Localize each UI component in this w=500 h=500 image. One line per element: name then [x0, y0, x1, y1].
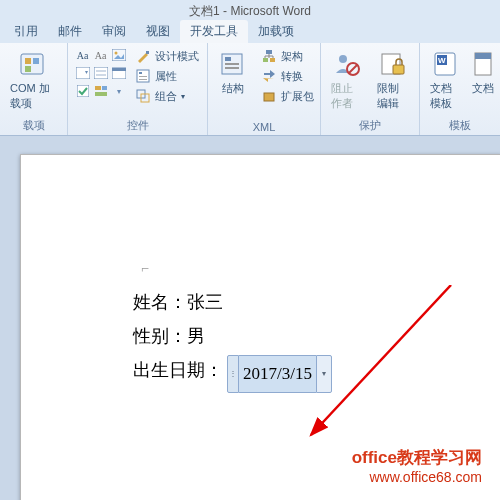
tab-addins[interactable]: 加载项	[248, 20, 304, 43]
svg-rect-15	[95, 92, 107, 96]
svg-rect-0	[21, 54, 43, 74]
design-mode-icon	[135, 48, 151, 64]
svg-rect-19	[139, 76, 147, 77]
group-protect: 阻止作者 限制编辑 保护	[321, 43, 420, 135]
svg-rect-24	[225, 57, 231, 61]
svg-rect-14	[102, 86, 107, 90]
ribbon: COM 加载项 载项 Aa Aa ▾	[0, 43, 500, 136]
expansion-button[interactable]: 扩展包	[259, 87, 316, 105]
group-objects-button[interactable]: 组合 ▾	[133, 87, 201, 105]
date-dropdown-button[interactable]: ▾	[316, 355, 332, 393]
block-authors-label: 阻止作者	[331, 81, 363, 111]
svg-rect-11	[112, 68, 126, 71]
group-objects-label: 组合	[155, 89, 177, 104]
svg-rect-18	[139, 72, 142, 74]
com-addins-label: COM 加载项	[10, 81, 57, 111]
design-mode-label: 设计模式	[155, 49, 199, 64]
template-icon: W	[430, 49, 462, 79]
svg-rect-26	[225, 67, 239, 69]
tab-references[interactable]: 引用	[4, 20, 48, 43]
transform-label: 转换	[281, 69, 303, 84]
doc-panel-icon	[472, 49, 494, 79]
name-label: 姓名：	[133, 292, 187, 312]
tab-review[interactable]: 审阅	[92, 20, 136, 43]
tab-view[interactable]: 视图	[136, 20, 180, 43]
dob-label: 出生日期：	[133, 360, 223, 380]
richtext-control-icon[interactable]: Aa	[75, 47, 91, 63]
addins-icon	[18, 49, 50, 79]
group-protect-label: 保护	[327, 118, 413, 135]
svg-rect-12	[77, 85, 89, 97]
svg-rect-28	[263, 58, 268, 62]
block-authors-button[interactable]: 阻止作者	[327, 45, 367, 111]
document-content[interactable]: 姓名：张三 性别：男 出生日期： ⋮ 2017/3/15 ▾	[133, 285, 332, 393]
properties-label: 属性	[155, 69, 177, 84]
schema-label: 架构	[281, 49, 303, 64]
svg-line-41	[311, 285, 451, 435]
expansion-icon	[261, 88, 277, 104]
dropdown-control-icon[interactable]	[75, 65, 91, 81]
group-template-label: 模板	[426, 118, 494, 135]
window-title: 文档1 - Microsoft Word	[0, 0, 500, 21]
schema-icon	[261, 48, 277, 64]
svg-rect-7	[94, 67, 108, 79]
date-value[interactable]: 2017/3/15	[239, 355, 316, 393]
svg-rect-20	[139, 79, 147, 80]
watermark: office教程学习网 www.office68.com	[352, 447, 482, 486]
properties-icon	[135, 68, 151, 84]
plaintext-control-icon[interactable]: Aa	[93, 47, 109, 63]
svg-rect-1	[25, 58, 31, 64]
transform-icon	[261, 68, 277, 84]
svg-rect-3	[25, 66, 31, 72]
watermark-title: office教程学习网	[352, 447, 482, 468]
gender-value[interactable]: 男	[187, 326, 205, 346]
picture-control-icon[interactable]	[111, 47, 127, 63]
restrict-editing-label: 限制编辑	[377, 81, 409, 111]
template-label: 文档模板	[430, 81, 462, 111]
control-handle-icon[interactable]: ⋮	[227, 355, 239, 393]
date-picker-control[interactable]: ⋮ 2017/3/15 ▾	[227, 355, 332, 393]
svg-rect-30	[264, 93, 274, 101]
tab-developer[interactable]: 开发工具	[180, 20, 248, 43]
svg-rect-2	[33, 58, 39, 64]
svg-rect-29	[270, 58, 275, 62]
group-addins-label: 载项	[6, 118, 61, 135]
gender-label: 性别：	[133, 326, 187, 346]
svg-rect-6	[76, 67, 90, 79]
group-xml: 结构 架构 转换 扩展包 XML	[208, 43, 321, 135]
ribbon-tabs: 引用 邮件 审阅 视图 开发工具 加载项	[0, 21, 500, 43]
group-controls: Aa Aa ▾ 设计模式	[68, 43, 208, 135]
more-controls-icon[interactable]: ▾	[111, 83, 127, 99]
properties-button[interactable]: 属性	[133, 67, 201, 85]
design-mode-button[interactable]: 设计模式	[133, 47, 201, 65]
svg-point-31	[339, 55, 347, 63]
checkbox-control-icon[interactable]	[75, 83, 91, 99]
combo-control-icon[interactable]	[93, 65, 109, 81]
svg-rect-9	[96, 74, 106, 76]
restrict-editing-icon	[377, 49, 409, 79]
document-area: ⌐ 姓名：张三 性别：男 出生日期： ⋮ 2017/3/15 ▾	[0, 136, 500, 500]
svg-rect-27	[266, 50, 272, 54]
name-value[interactable]: 张三	[187, 292, 223, 312]
control-palette: Aa Aa ▾	[75, 45, 127, 99]
svg-rect-8	[96, 70, 106, 72]
svg-rect-13	[95, 86, 101, 90]
restrict-editing-button[interactable]: 限制编辑	[373, 45, 413, 111]
schema-button[interactable]: 架构	[259, 47, 316, 65]
date-control-icon[interactable]	[111, 65, 127, 81]
transform-button[interactable]: 转换	[259, 67, 316, 85]
com-addins-button[interactable]: COM 加载项	[6, 45, 61, 111]
tab-mailings[interactable]: 邮件	[48, 20, 92, 43]
group-objects-icon	[135, 88, 151, 104]
svg-rect-25	[225, 63, 239, 65]
block-authors-icon	[331, 49, 363, 79]
legacy-tools-icon[interactable]	[93, 83, 109, 99]
group-controls-label: 控件	[74, 118, 201, 135]
doc-panel-label: 文档	[472, 81, 494, 96]
structure-button[interactable]: 结构	[213, 45, 253, 96]
structure-icon	[217, 49, 249, 79]
group-xml-label: XML	[214, 121, 314, 135]
doc-panel-button[interactable]: 文档	[472, 45, 494, 96]
svg-point-5	[114, 52, 117, 55]
template-button[interactable]: W 文档模板	[426, 45, 466, 111]
